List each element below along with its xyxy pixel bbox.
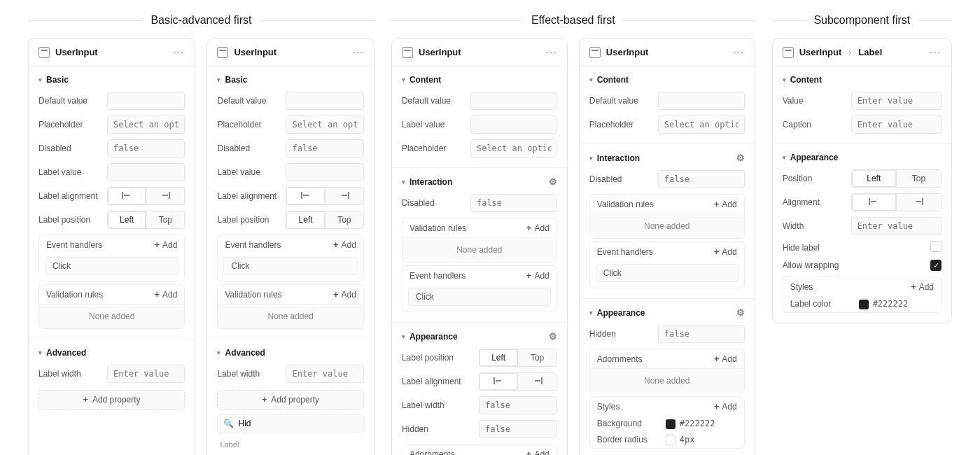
section-content[interactable]: Content — [580, 69, 755, 89]
more-icon[interactable]: ⋯ — [545, 46, 557, 59]
add-property-button[interactable]: Add property — [217, 390, 363, 410]
color-swatch[interactable] — [666, 419, 676, 429]
breadcrumb-root[interactable]: UserInput — [799, 47, 842, 57]
more-icon[interactable]: ⋯ — [930, 46, 941, 59]
component-icon — [783, 47, 794, 58]
hidden-input[interactable] — [479, 420, 557, 438]
label-default-value: Default value — [38, 96, 100, 106]
value-input[interactable] — [851, 92, 941, 110]
more-icon[interactable]: ⋯ — [352, 46, 364, 59]
section-interaction[interactable]: Interaction⚙ — [580, 147, 755, 167]
section-appearance[interactable]: Appearance — [773, 147, 951, 167]
add-property-button[interactable]: Add property — [38, 390, 185, 410]
none-added: None added — [402, 237, 556, 262]
add-handler-button[interactable]: Add — [714, 246, 737, 257]
label-width-input[interactable] — [107, 365, 185, 383]
placeholder-select[interactable] — [470, 139, 557, 158]
more-icon[interactable]: ⋯ — [173, 46, 185, 59]
add-rule-button[interactable]: Add — [155, 289, 178, 300]
add-handler-button[interactable]: Add — [155, 239, 178, 250]
hide-label-checkbox[interactable] — [930, 241, 941, 252]
none-added: None added — [590, 368, 744, 393]
add-rule-button[interactable]: Add — [333, 289, 356, 300]
align-right-icon — [160, 192, 170, 199]
default-value-input[interactable] — [470, 92, 557, 110]
component-name: UserInput — [55, 47, 98, 57]
allow-wrapping-checkbox[interactable]: ✓ — [930, 260, 941, 271]
alignment-toggle[interactable] — [479, 372, 557, 391]
component-icon — [38, 47, 50, 58]
section-interaction[interactable]: Interaction⚙ — [392, 171, 567, 191]
handler-click[interactable]: Click — [416, 292, 434, 302]
alignment-toggle[interactable] — [107, 187, 185, 205]
default-value-input[interactable] — [286, 92, 363, 110]
none-added: None added — [39, 304, 184, 328]
section-content[interactable]: Content — [773, 69, 951, 89]
add-handler-button[interactable]: Add — [333, 239, 356, 250]
label-value-input[interactable] — [286, 163, 363, 181]
align-right-button[interactable] — [146, 188, 184, 204]
add-adornment-button[interactable]: Add — [526, 449, 550, 455]
label-width-input[interactable] — [479, 396, 557, 414]
align-left-button[interactable] — [108, 188, 146, 204]
disabled-input[interactable] — [470, 194, 557, 212]
section-content[interactable]: Content — [392, 69, 567, 89]
gear-icon[interactable]: ⚙ — [549, 331, 557, 342]
label-width-input[interactable] — [286, 365, 363, 383]
label-placeholder: Placeholder — [38, 120, 100, 130]
position-left-button[interactable]: Left — [108, 211, 146, 228]
add-rule-button[interactable]: Add — [526, 223, 550, 233]
property-search[interactable]: 🔍 — [217, 414, 363, 433]
gear-icon[interactable]: ⚙ — [736, 307, 745, 318]
hidden-input[interactable] — [658, 325, 745, 343]
position-toggle[interactable]: LeftTop — [286, 211, 363, 229]
position-toggle[interactable]: LeftTop — [107, 211, 185, 229]
add-handler-button[interactable]: Add — [526, 270, 550, 281]
search-input[interactable] — [238, 419, 357, 428]
add-adornment-button[interactable]: Add — [714, 354, 737, 364]
section-basic[interactable]: Basic — [29, 69, 195, 89]
add-rule-button[interactable]: Add — [714, 199, 737, 209]
align-left-icon — [122, 192, 132, 199]
label-value-input[interactable] — [470, 115, 557, 134]
add-style-button[interactable]: Add — [911, 281, 934, 292]
position-toggle[interactable]: LeftTop — [479, 349, 557, 367]
section-appearance[interactable]: Appearance⚙ — [580, 302, 755, 322]
component-icon — [217, 47, 228, 58]
component-name: UserInput — [234, 47, 276, 57]
disabled-input[interactable] — [286, 139, 363, 158]
position-toggle[interactable]: LeftTop — [851, 169, 941, 188]
gear-icon[interactable]: ⚙ — [549, 176, 557, 187]
section-basic[interactable]: Basic — [207, 69, 373, 89]
alignment-toggle[interactable] — [286, 187, 363, 205]
disabled-input[interactable] — [658, 170, 745, 188]
chevron-right-icon: › — [848, 48, 851, 57]
color-swatch[interactable] — [859, 300, 869, 309]
more-icon[interactable]: ⋯ — [733, 46, 745, 59]
label-value-input[interactable] — [107, 163, 185, 181]
placeholder-select[interactable] — [658, 115, 745, 134]
position-top-button[interactable]: Top — [146, 211, 184, 228]
default-value-input[interactable] — [658, 92, 745, 110]
caption-input[interactable] — [851, 115, 941, 134]
placeholder-select[interactable] — [107, 115, 185, 134]
section-advanced[interactable]: Advanced — [29, 342, 195, 362]
handler-click[interactable]: Click — [603, 268, 622, 278]
section-advanced[interactable]: Advanced — [207, 342, 373, 362]
handler-click[interactable]: Click — [52, 261, 71, 271]
handler-click[interactable]: Click — [231, 261, 249, 271]
component-icon — [589, 47, 601, 58]
gear-icon[interactable]: ⚙ — [736, 153, 745, 163]
label-event-handlers: Event handlers — [46, 240, 102, 250]
section-appearance[interactable]: Appearance⚙ — [392, 326, 567, 346]
none-added: None added — [590, 214, 744, 238]
width-input[interactable] — [851, 217, 941, 235]
option-conditionally-hide[interactable]: Conditionally hide — [217, 451, 363, 455]
align-right-icon — [913, 198, 923, 205]
default-value-input[interactable] — [107, 92, 185, 110]
disabled-input[interactable] — [107, 139, 185, 158]
add-style-button[interactable]: Add — [714, 401, 737, 412]
placeholder-select[interactable] — [286, 115, 363, 134]
panel-basic-a: UserInput ⋯ Basic Default value Placehol… — [28, 38, 195, 455]
alignment-toggle[interactable] — [851, 193, 941, 211]
